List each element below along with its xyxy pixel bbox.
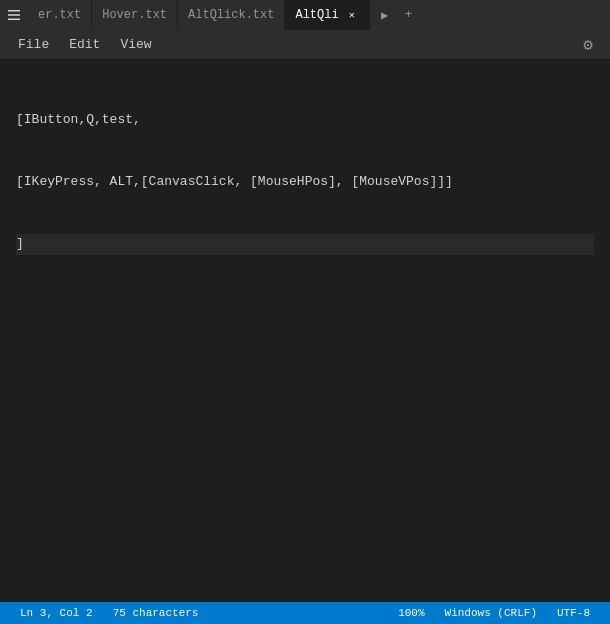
menu-view[interactable]: View <box>110 33 161 56</box>
tab-altqlick-txt[interactable]: AltQlick.txt <box>178 0 285 30</box>
tab-hover-txt[interactable]: Hover.txt <box>92 0 178 30</box>
status-encoding[interactable]: UTF-8 <box>547 602 600 624</box>
tab-label: Hover.txt <box>102 8 167 22</box>
code-line-1: [IButton,Q,test, <box>16 110 594 131</box>
menu-edit[interactable]: Edit <box>59 33 110 56</box>
settings-icon[interactable]: ⚙ <box>574 31 602 59</box>
app-menu-icon[interactable] <box>4 5 24 25</box>
tab-actions: ▶ + <box>374 4 420 26</box>
svg-rect-2 <box>8 19 20 21</box>
status-position[interactable]: Ln 3, Col 2 <box>10 602 103 624</box>
editor-area[interactable]: [IButton,Q,test, [IKeyPress, ALT,[Canvas… <box>0 60 610 602</box>
status-characters[interactable]: 75 characters <box>103 602 209 624</box>
title-bar: er.txt Hover.txt AltQlick.txt AltQli ✕ ▶… <box>0 0 610 30</box>
tab-altqli[interactable]: AltQli ✕ <box>285 0 369 30</box>
play-button[interactable]: ▶ <box>374 4 396 26</box>
tab-bar: er.txt Hover.txt AltQlick.txt AltQli ✕ ▶… <box>28 0 606 30</box>
code-line-2: [IKeyPress, ALT,[CanvasClick, [MouseHPos… <box>16 172 594 193</box>
menu-bar: File Edit View ⚙ <box>0 30 610 60</box>
code-content: [IButton,Q,test, [IKeyPress, ALT,[Canvas… <box>16 68 594 297</box>
svg-rect-1 <box>8 14 20 16</box>
status-line-ending[interactable]: Windows (CRLF) <box>435 602 547 624</box>
tab-close-icon[interactable]: ✕ <box>345 8 359 22</box>
code-line-3: ] <box>16 234 594 255</box>
menu-file[interactable]: File <box>8 33 59 56</box>
tab-label: er.txt <box>38 8 81 22</box>
tab-label: AltQlick.txt <box>188 8 274 22</box>
add-tab-button[interactable]: + <box>398 4 420 26</box>
status-zoom[interactable]: 100% <box>388 602 434 624</box>
status-bar: Ln 3, Col 2 75 characters 100% Windows (… <box>0 602 610 624</box>
tab-label: AltQli <box>295 8 338 22</box>
tab-er-txt[interactable]: er.txt <box>28 0 92 30</box>
svg-rect-0 <box>8 10 20 12</box>
